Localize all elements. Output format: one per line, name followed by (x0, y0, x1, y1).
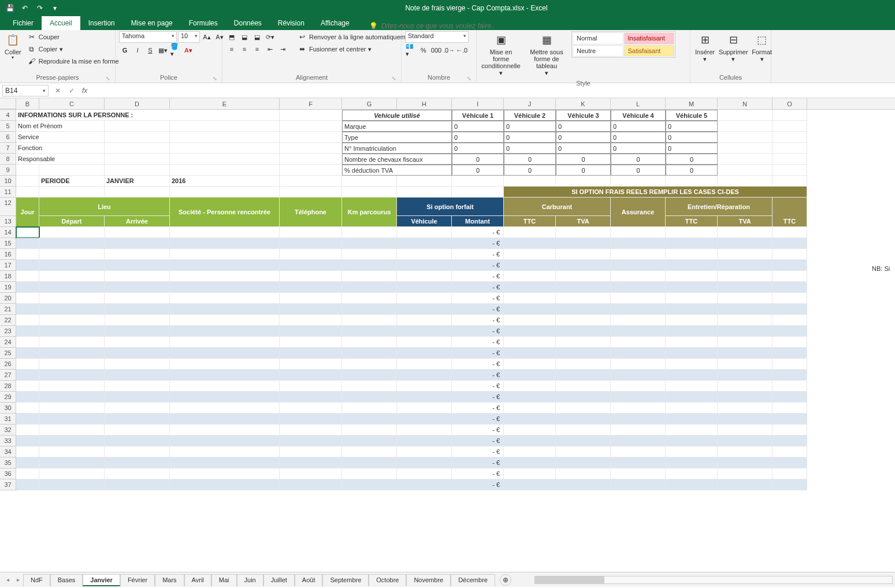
cell-K14[interactable] (556, 227, 611, 238)
cell-M14[interactable] (666, 227, 718, 238)
cell-N35[interactable] (718, 457, 773, 468)
cell-H17[interactable] (397, 260, 452, 271)
cell-D14[interactable] (105, 227, 170, 238)
cell-D30[interactable] (105, 403, 170, 414)
row-header-27[interactable]: 27 (0, 370, 16, 381)
hdr-carb-tva[interactable]: TVA (556, 216, 611, 227)
number-format-select[interactable]: Standard (405, 31, 469, 43)
vehicule-row-label-3[interactable]: Nombre de chevaux fiscaux (342, 154, 452, 165)
cell-J18[interactable] (504, 271, 556, 282)
vehicule-row-label-1[interactable]: Type (342, 132, 452, 143)
cell-H22[interactable] (397, 315, 452, 326)
cell-H16[interactable] (397, 249, 452, 260)
cell-D33[interactable] (105, 436, 170, 446)
info-label-2[interactable]: Fonction (16, 143, 105, 154)
cell-H31[interactable] (397, 414, 452, 425)
cell-O30[interactable] (773, 403, 807, 414)
cell-K18[interactable] (556, 271, 611, 282)
row-header-29[interactable]: 29 (0, 392, 16, 403)
cell-H35[interactable] (397, 457, 452, 468)
cell-E35[interactable] (170, 457, 280, 468)
vehicule-val-2-4[interactable]: 0 (666, 143, 718, 154)
cell-N34[interactable] (718, 446, 773, 457)
row-header-8[interactable]: 8 (0, 154, 16, 165)
cell-E16[interactable] (170, 249, 280, 260)
cell-J14[interactable] (504, 227, 556, 238)
row-header-12[interactable]: 12 (0, 198, 16, 216)
cell-F27[interactable] (280, 370, 342, 381)
cell-E19[interactable] (170, 282, 280, 293)
cell-O23[interactable] (773, 326, 807, 337)
save-icon[interactable]: 💾 (3, 2, 16, 14)
cell-M36[interactable] (666, 468, 718, 479)
row-header-16[interactable]: 16 (0, 249, 16, 260)
cell-I23[interactable]: - € (452, 326, 504, 337)
col-header-K[interactable]: K (556, 98, 611, 109)
cell-C16[interactable] (39, 249, 105, 260)
cell-K33[interactable] (556, 436, 611, 446)
cell-H30[interactable] (397, 403, 452, 414)
cell-D29[interactable] (105, 392, 170, 403)
cell-J34[interactable] (504, 446, 556, 457)
cell-K35[interactable] (556, 457, 611, 468)
scroll-thumb[interactable] (535, 576, 604, 583)
cell-E28[interactable] (170, 381, 280, 392)
cell-J16[interactable] (504, 249, 556, 260)
cell-J37[interactable] (504, 479, 556, 490)
cell-O22[interactable] (773, 315, 807, 326)
cell-J21[interactable] (504, 304, 556, 315)
cell-D21[interactable] (105, 304, 170, 315)
cell-F36[interactable] (280, 468, 342, 479)
cell-L27[interactable] (611, 370, 666, 381)
cell-F16[interactable] (280, 249, 342, 260)
cell-J23[interactable] (504, 326, 556, 337)
cell-O25[interactable] (773, 348, 807, 359)
cell-K29[interactable] (556, 392, 611, 403)
cell-J32[interactable] (504, 425, 556, 436)
cell-D26[interactable] (105, 359, 170, 370)
tell-me[interactable]: 💡 (369, 22, 508, 30)
cell-N19[interactable] (718, 282, 773, 293)
cell-M33[interactable] (666, 436, 718, 446)
cell-O37[interactable] (773, 479, 807, 490)
cell-M24[interactable] (666, 337, 718, 348)
cell-H36[interactable] (397, 468, 452, 479)
cell-K27[interactable] (556, 370, 611, 381)
cell-B24[interactable] (16, 337, 39, 348)
cell-G25[interactable] (342, 348, 397, 359)
cell-H27[interactable] (397, 370, 452, 381)
cell-L19[interactable] (611, 282, 666, 293)
style-normal[interactable]: Normal (573, 32, 623, 44)
cell-K25[interactable] (556, 348, 611, 359)
cell-E20[interactable] (170, 293, 280, 304)
cell-I15[interactable]: - € (452, 238, 504, 249)
cell-M20[interactable] (666, 293, 718, 304)
fx-icon[interactable]: fx (79, 87, 91, 95)
sheet-tab-août[interactable]: Août (295, 574, 323, 586)
cell-F23[interactable] (280, 326, 342, 337)
cell-I36[interactable]: - € (452, 468, 504, 479)
cell-C32[interactable] (39, 425, 105, 436)
style-bad[interactable]: Insatisfaisant (624, 32, 675, 44)
cell-K36[interactable] (556, 468, 611, 479)
hdr-depart[interactable]: Départ (39, 216, 105, 227)
cell-I30[interactable]: - € (452, 403, 504, 414)
cell-M18[interactable] (666, 271, 718, 282)
cell-G15[interactable] (342, 238, 397, 249)
cell-M26[interactable] (666, 359, 718, 370)
cell-H37[interactable] (397, 479, 452, 490)
cell-O29[interactable] (773, 392, 807, 403)
cell-B15[interactable] (16, 238, 39, 249)
cell-K37[interactable] (556, 479, 611, 490)
select-all-corner[interactable] (0, 98, 16, 109)
cell-D17[interactable] (105, 260, 170, 271)
cell-M34[interactable] (666, 446, 718, 457)
row-header-33[interactable]: 33 (0, 436, 16, 446)
row-header-35[interactable]: 35 (0, 457, 16, 468)
vehicule-col-1[interactable]: Véhicule 2 (504, 110, 556, 121)
vehicule-col-3[interactable]: Véhicule 4 (611, 110, 666, 121)
tab-formules[interactable]: Formules (181, 16, 226, 30)
cell-H25[interactable] (397, 348, 452, 359)
cell-O19[interactable] (773, 282, 807, 293)
cell-I28[interactable]: - € (452, 381, 504, 392)
